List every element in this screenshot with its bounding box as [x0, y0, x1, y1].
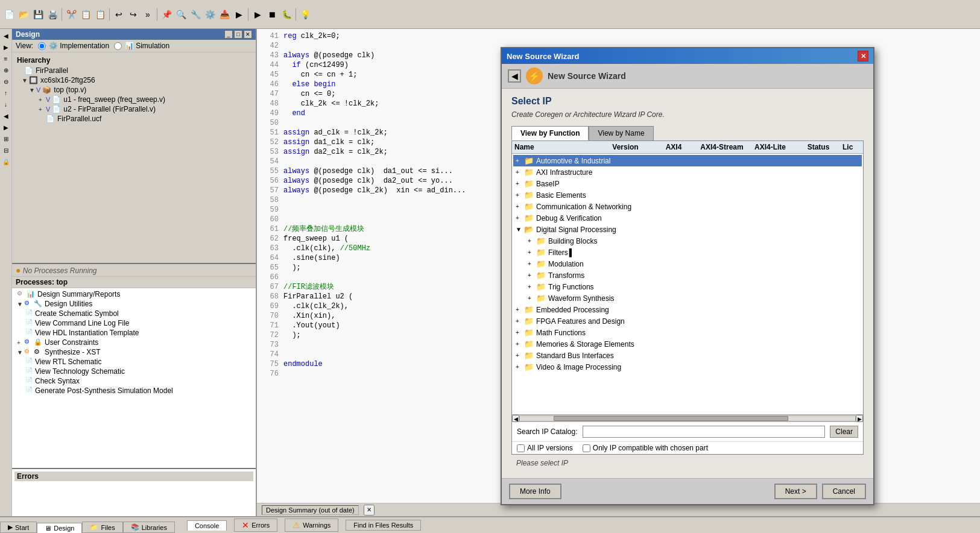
- tab-files[interactable]: 📁 Files: [82, 522, 122, 533]
- wizard-close-btn[interactable]: ✕: [858, 51, 868, 62]
- tab-start[interactable]: ▶ Start: [0, 522, 37, 533]
- hscroll-right[interactable]: ▶: [856, 415, 863, 422]
- tree-item-0[interactable]: 📄 FirParallel: [14, 66, 253, 75]
- vert-btn-9[interactable]: ▶: [1, 122, 11, 133]
- impl-radio[interactable]: [38, 42, 46, 50]
- open-btn[interactable]: 📂: [17, 8, 30, 21]
- hscroll-track[interactable]: [519, 415, 856, 421]
- vert-btn-6[interactable]: ↑: [1, 87, 11, 98]
- ip-item-transforms[interactable]: + 📁 Transforms: [525, 270, 862, 281]
- tree-item-1[interactable]: ▼ 🔲 xc6slx16-2ftg256: [14, 75, 253, 85]
- proc-item-8[interactable]: 📄 View Technology Schematic: [13, 367, 254, 376]
- ip-item-dsp[interactable]: ▼ 📂 Digital Signal Processing: [513, 224, 862, 235]
- proc-item-4[interactable]: 📄 View HDL Instantiation Template: [13, 328, 254, 338]
- ip-item-modulation[interactable]: + 📁 Modulation: [525, 258, 862, 270]
- ip-item-axi[interactable]: + 📁 AXI Infrastructure: [513, 166, 862, 178]
- tree-item-5[interactable]: 📄 FirParallel.ucf: [14, 114, 253, 124]
- vert-btn-11[interactable]: ⊟: [1, 145, 11, 156]
- checkbox2-label[interactable]: Only IP compatible with chosen part: [583, 444, 708, 452]
- checkbox-all-ip[interactable]: [517, 444, 525, 452]
- hscroll-left[interactable]: ◀: [512, 415, 519, 422]
- more-btn[interactable]: »: [141, 8, 154, 21]
- proc-item-5[interactable]: + ⚙ 🔒 User Constraints: [13, 338, 254, 347]
- ip-tree[interactable]: + 📁 Automotive & Industrial + 📁 AXI Infr…: [512, 154, 863, 414]
- close-status-btn[interactable]: ✕: [364, 505, 375, 516]
- ip-item-waveform[interactable]: + 📁 Waveform Synthesis: [525, 292, 862, 304]
- impl-btn[interactable]: ⚙️: [203, 8, 217, 21]
- ip-item-memories[interactable]: + 📁 Memories & Storage Elements: [513, 338, 862, 350]
- wizard-back-btn[interactable]: ◀: [508, 69, 521, 83]
- hscroll-thumb[interactable]: [554, 416, 788, 421]
- next-btn[interactable]: Next >: [774, 484, 817, 499]
- cancel-btn[interactable]: Cancel: [822, 484, 866, 499]
- tree-item-2[interactable]: ▼ V 📦 top (top.v): [14, 85, 253, 95]
- vert-btn-1[interactable]: ◀: [1, 30, 11, 41]
- vert-btn-8[interactable]: ◀: [1, 110, 11, 121]
- ip-item-building[interactable]: + 📁 Building Blocks: [525, 235, 862, 247]
- tab-find[interactable]: Find in Files Results: [346, 520, 421, 531]
- tab-errors[interactable]: ✕ Errors: [234, 519, 277, 532]
- maximize-btn[interactable]: □: [234, 30, 242, 39]
- vert-btn-12[interactable]: 🔒: [1, 156, 11, 167]
- ip-item-baseip[interactable]: + 📁 BaseIP: [513, 178, 862, 189]
- ip-item-comm[interactable]: + 📁 Communication & Networking: [513, 201, 862, 212]
- tab-design[interactable]: 🖥 Design: [37, 523, 82, 533]
- tree-item-4[interactable]: + V 📄 u2 - FirParallel (FirParallel.v): [14, 104, 253, 114]
- tree-item-3[interactable]: + V 📄 u1 - freq_sweep (freq_sweep.v): [14, 95, 253, 104]
- undo-btn[interactable]: ↩: [112, 8, 125, 21]
- prog-btn[interactable]: 📥: [218, 8, 231, 21]
- checkbox1-label[interactable]: All IP versions: [517, 444, 573, 452]
- copy-btn[interactable]: 📋: [79, 8, 92, 21]
- ip-item-fpga[interactable]: + 📁 FPGA Features and Design: [513, 315, 862, 327]
- impl-radio-label[interactable]: ⚙️ Implementation: [38, 42, 109, 50]
- ip-item-embedded[interactable]: + 📁 Embedded Processing: [513, 304, 862, 315]
- synth-btn[interactable]: 🔧: [189, 8, 202, 21]
- proc-item-1[interactable]: ▼ ⚙ 🔧 Design Utilities: [13, 299, 254, 309]
- ip-item-automotive[interactable]: + 📁 Automotive & Industrial: [513, 155, 862, 166]
- vert-btn-10[interactable]: ⊞: [1, 133, 11, 144]
- tab-libraries[interactable]: 📚 Libraries: [123, 522, 175, 533]
- redo-btn[interactable]: ↪: [127, 8, 140, 21]
- proc-item-2[interactable]: 📄 Create Schematic Symbol: [13, 309, 254, 318]
- vert-btn-5[interactable]: ⊖: [1, 76, 11, 87]
- proc-item-0[interactable]: ⚙ 📊 Design Summary/Reports: [13, 289, 254, 299]
- tip-btn[interactable]: 💡: [299, 8, 312, 21]
- minimize-btn[interactable]: _: [224, 30, 233, 39]
- search-btn[interactable]: 🔍: [174, 8, 188, 21]
- proc-item-7[interactable]: 📄 View RTL Schematic: [13, 357, 254, 367]
- ip-item-debug[interactable]: + 📁 Debug & Verification: [513, 212, 862, 224]
- clear-btn[interactable]: Clear: [830, 426, 858, 438]
- tab-warnings[interactable]: ⚠ Warnings: [285, 519, 338, 532]
- tree-hscroll[interactable]: ◀ ▶: [512, 414, 863, 421]
- vert-btn-2[interactable]: ▶: [1, 42, 11, 52]
- ip-item-filters[interactable]: + 📁 Filters ▌: [525, 247, 862, 258]
- checkbox-compatible[interactable]: [583, 444, 590, 452]
- stop-btn[interactable]: ⏹: [265, 8, 279, 21]
- close-btn[interactable]: ✕: [244, 30, 252, 39]
- proc-item-9[interactable]: 📄 Check Syntax: [13, 376, 254, 386]
- ip-item-trig[interactable]: + 📁 Trig Functions: [525, 281, 862, 292]
- paste-btn[interactable]: 📋: [93, 8, 107, 21]
- debug-btn[interactable]: 🐛: [280, 8, 293, 21]
- ip-item-standard[interactable]: + 📁 Standard Bus Interfaces: [513, 350, 862, 361]
- ip-item-video[interactable]: + 📁 Video & Image Processing: [513, 361, 862, 373]
- new-btn[interactable]: 📄: [2, 8, 16, 21]
- proc-item-3[interactable]: 📄 View Command Line Log File: [13, 318, 254, 328]
- vert-btn-3[interactable]: ≡: [1, 53, 11, 64]
- sim-radio[interactable]: [114, 42, 122, 50]
- tab-console[interactable]: Console: [187, 520, 227, 531]
- sim-radio-label[interactable]: 📊 Simulation: [114, 42, 169, 50]
- vert-btn-4[interactable]: ⊕: [1, 65, 11, 75]
- save-btn[interactable]: 💾: [31, 8, 45, 21]
- ip-item-math[interactable]: + 📁 Math Functions: [513, 327, 862, 338]
- proc-item-6[interactable]: ▼ ⚙ ⚙ Synthesize - XST: [13, 347, 254, 357]
- run-btn[interactable]: 📌: [160, 8, 173, 21]
- more-info-btn[interactable]: More Info: [509, 484, 561, 499]
- proc-item-10[interactable]: 📄 Generate Post-Synthesis Simulation Mod…: [13, 386, 254, 396]
- print-btn[interactable]: 🖨️: [46, 8, 59, 21]
- ip-item-basic[interactable]: + 📁 Basic Elements: [513, 189, 862, 201]
- sim-btn[interactable]: ▶: [232, 8, 245, 21]
- search-input[interactable]: [583, 426, 826, 438]
- run2-btn[interactable]: ▶: [251, 8, 264, 21]
- vert-btn-7[interactable]: ↓: [1, 99, 11, 110]
